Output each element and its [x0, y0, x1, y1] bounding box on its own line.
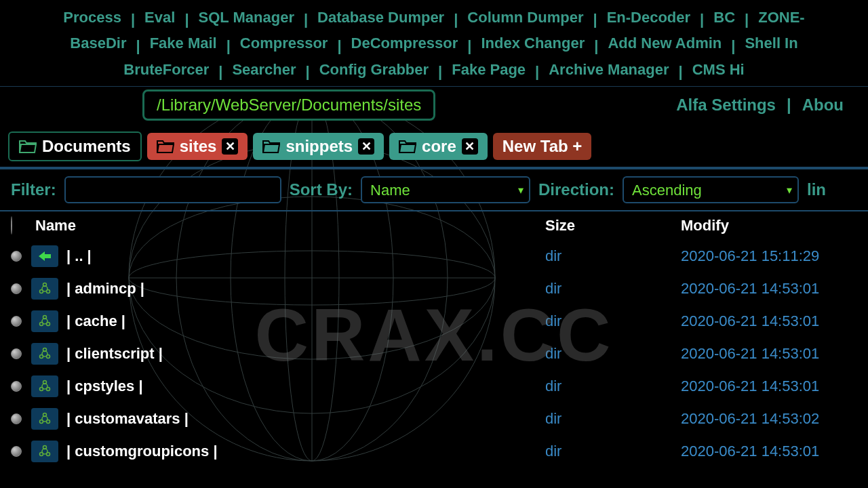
- row-name[interactable]: | .. |: [66, 247, 545, 265]
- column-modify[interactable]: Modify: [681, 217, 857, 235]
- filter-label: Filter:: [11, 180, 56, 199]
- folder-hazard-icon: [31, 408, 58, 430]
- row-name[interactable]: | cpstyles |: [66, 378, 545, 395]
- nav-item[interactable]: Archive Manager: [539, 58, 678, 81]
- row-radio[interactable]: [11, 316, 22, 327]
- row-radio[interactable]: [11, 283, 22, 294]
- alfa-settings-link[interactable]: Alfa Settings: [665, 96, 787, 115]
- current-path[interactable]: /Library/WebServer/Documents/sites: [142, 89, 435, 121]
- nav-item[interactable]: ZONE-: [749, 5, 814, 29]
- table-row[interactable]: | cache |dir2020-06-21 14:53:01: [0, 305, 868, 338]
- tab-label: Documents: [42, 137, 131, 156]
- nav-item[interactable]: Shell In: [735, 31, 807, 55]
- column-size[interactable]: Size: [545, 217, 681, 235]
- sortby-label: Sort By:: [290, 180, 353, 199]
- table-header: Name Size Modify: [0, 211, 868, 240]
- nav-item[interactable]: BruteForcer: [114, 58, 218, 81]
- tab-core[interactable]: core ✕: [389, 133, 488, 160]
- table-row[interactable]: | customavatars |dir2020-06-21 14:53:02: [0, 403, 868, 435]
- nav-item[interactable]: Column Dumper: [458, 5, 593, 29]
- table-row[interactable]: | customgroupicons |dir2020-06-21 14:53:…: [0, 435, 868, 468]
- row-radio[interactable]: [11, 381, 22, 392]
- nav-item[interactable]: Fake Page: [442, 58, 535, 81]
- nav-item[interactable]: Config Grabber: [310, 58, 438, 81]
- row-radio[interactable]: [11, 413, 22, 424]
- nav-item[interactable]: CMS Hi: [683, 58, 754, 81]
- nav-item[interactable]: SQL Manager: [189, 5, 304, 29]
- row-name[interactable]: | clientscript |: [66, 345, 545, 363]
- nav-item[interactable]: En-Decoder: [597, 5, 700, 29]
- nav-item[interactable]: Eval: [135, 5, 184, 29]
- folder-hazard-icon: [31, 375, 58, 397]
- arrow-left-icon: [31, 245, 58, 267]
- row-modify: 2020-06-21 14:53:01: [681, 443, 857, 460]
- nav-item[interactable]: Fake Mail: [140, 31, 226, 55]
- row-size: dir: [545, 312, 681, 330]
- close-icon[interactable]: ✕: [358, 138, 374, 155]
- row-modify: 2020-06-21 14:53:02: [681, 410, 857, 428]
- about-link[interactable]: Abou: [791, 96, 854, 115]
- directory-tabs: Documents sites ✕ snippets ✕ core ✕ New …: [0, 126, 868, 168]
- row-size: dir: [545, 345, 681, 363]
- tab-label: snippets: [285, 137, 353, 156]
- nav-item[interactable]: DeCompressor: [342, 31, 468, 55]
- row-name[interactable]: | customavatars |: [66, 410, 545, 428]
- nav-item[interactable]: Searcher: [222, 58, 305, 81]
- svg-point-23: [40, 388, 43, 391]
- folder-open-icon: [262, 139, 280, 154]
- folder-hazard-icon: [31, 441, 58, 462]
- column-name[interactable]: Name: [35, 217, 545, 235]
- tab-documents[interactable]: Documents: [8, 131, 142, 161]
- svg-point-10: [43, 283, 47, 287]
- close-icon[interactable]: ✕: [222, 138, 238, 155]
- svg-point-14: [43, 316, 47, 319]
- tab-label: sites: [180, 137, 217, 156]
- table-row[interactable]: | .. |dir2020-06-21 15:11:29: [0, 240, 868, 272]
- nav-item[interactable]: BaseDir: [60, 31, 136, 55]
- row-radio[interactable]: [11, 348, 22, 359]
- row-modify: 2020-06-21 14:53:01: [681, 345, 857, 363]
- filter-bar: Filter: Sort By: Name ▾ Direction: Ascen…: [0, 168, 868, 211]
- tab-sites[interactable]: sites ✕: [147, 133, 248, 160]
- tab-new[interactable]: New Tab +: [493, 133, 592, 160]
- nav-item[interactable]: Compressor: [231, 31, 338, 55]
- select-all-radio[interactable]: [11, 216, 12, 235]
- folder-hazard-icon: [31, 343, 58, 365]
- svg-point-24: [47, 388, 50, 391]
- nav-item[interactable]: Database Dumper: [308, 5, 454, 29]
- sortby-select[interactable]: Name: [361, 176, 530, 203]
- row-size: dir: [545, 443, 681, 460]
- direction-label: Direction:: [538, 180, 614, 199]
- svg-point-11: [40, 290, 43, 293]
- nav-item[interactable]: Index Changer: [471, 31, 594, 55]
- table-row[interactable]: | clientscript |dir2020-06-21 14:53:01: [0, 338, 868, 370]
- row-name[interactable]: | admincp |: [66, 280, 545, 298]
- table-row[interactable]: | cpstyles |dir2020-06-21 14:53:01: [0, 370, 868, 403]
- row-radio[interactable]: [11, 251, 22, 262]
- tab-snippets[interactable]: snippets ✕: [253, 133, 384, 160]
- top-navigation: Process|Eval|SQL Manager|Database Dumper…: [0, 0, 868, 87]
- row-size: dir: [545, 247, 681, 265]
- svg-point-31: [40, 453, 43, 456]
- row-radio[interactable]: [11, 446, 22, 457]
- svg-point-22: [43, 381, 47, 384]
- direction-select[interactable]: Ascending: [623, 176, 799, 203]
- nav-item[interactable]: Process: [54, 5, 131, 29]
- tail-label: lin: [807, 180, 826, 199]
- svg-point-32: [47, 453, 50, 456]
- row-name[interactable]: | customgroupicons |: [66, 443, 545, 460]
- close-icon[interactable]: ✕: [462, 138, 478, 155]
- row-size: dir: [545, 280, 681, 298]
- folder-open-icon: [157, 139, 174, 154]
- row-modify: 2020-06-21 14:53:01: [681, 280, 857, 298]
- filter-input[interactable]: [64, 176, 281, 203]
- folder-hazard-icon: [31, 278, 58, 300]
- folder-hazard-icon: [31, 310, 58, 332]
- nav-item[interactable]: Add New Admin: [598, 31, 731, 55]
- nav-item[interactable]: BC: [704, 5, 745, 29]
- row-name[interactable]: | cache |: [66, 312, 545, 330]
- row-modify: 2020-06-21 14:53:01: [681, 378, 857, 395]
- svg-point-28: [47, 420, 50, 424]
- row-size: dir: [545, 410, 681, 428]
- table-row[interactable]: | admincp |dir2020-06-21 14:53:01: [0, 272, 868, 305]
